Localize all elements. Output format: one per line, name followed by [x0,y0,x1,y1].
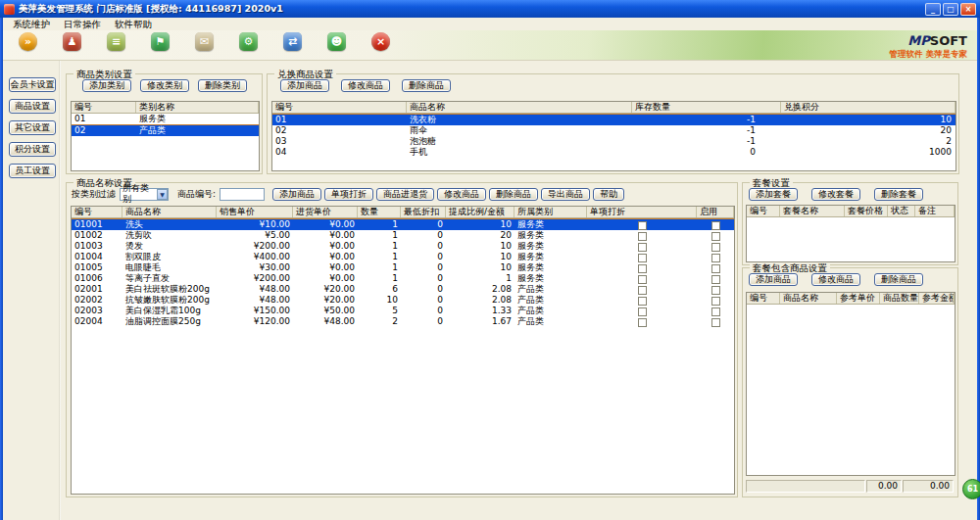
item-discount-checkbox[interactable] [638,221,647,230]
delete-product-button[interactable]: 删除商品 [489,188,538,201]
exchange-table: 编号商品名称库存数量兑换积分 01洗衣粉-11002雨伞-12003泡泡糖-12… [271,101,956,171]
table-row[interactable]: 01004割双眼皮¥400.00¥0.001010服务类 [72,252,734,262]
wechat-marketing-button[interactable]: ☻ [315,30,359,52]
shift-manage-button[interactable]: ⇄ [270,30,315,52]
cell: 0 [401,230,446,241]
sidebar-staff-settings[interactable]: 员工设置 [9,164,56,178]
cell: ¥50.00 [293,306,358,316]
table-row[interactable]: 02001美白祛斑软膜粉200g¥48.00¥20.00602.08产品类 [72,284,734,295]
export-product-button[interactable]: 导出商品 [541,188,590,201]
table-row[interactable]: 01005电眼睫毛¥30.00¥0.001010服务类 [72,262,734,273]
checkbox-cell [697,219,734,230]
checkbox-cell [587,241,697,252]
item-enabled-checkbox[interactable] [711,275,720,284]
floating-service-badge[interactable]: 61 [962,479,980,499]
table-row[interactable]: 02雨伞-120 [272,125,956,136]
add-category-button[interactable]: 添加类别 [82,79,131,92]
table-row[interactable]: 02003美白保湿乳霜100g¥150.00¥50.00501.33产品类 [72,306,734,316]
menu-software-help[interactable]: 软件帮助 [108,19,159,30]
cell: -1 [632,136,781,147]
item-enabled-checkbox[interactable] [711,286,720,295]
edit-combo-item-button[interactable]: 修改商品 [811,273,860,286]
sms-broadcast-button[interactable]: ✉ [182,30,226,52]
item-enabled-checkbox[interactable] [711,243,720,252]
minimize-button[interactable]: _ [925,3,941,16]
menu-daily-operation[interactable]: 日常操作 [57,19,108,30]
item-enabled-checkbox[interactable] [711,254,720,262]
help-button[interactable]: 帮助 [593,188,624,201]
item-discount-checkbox[interactable] [638,264,647,273]
add-combo-item-button[interactable]: 添加商品 [749,273,798,286]
table-row[interactable]: 02产品类 [72,124,259,136]
stats-report-button[interactable]: ⚑ [138,30,182,52]
item-enabled-checkbox[interactable] [711,307,720,316]
sidebar-other-settings[interactable]: 其它设置 [9,120,56,135]
table-row[interactable]: 01006等离子直发¥200.00¥0.00101服务类 [72,273,734,284]
edit-combo-button[interactable]: 修改套餐 [811,188,860,201]
combo-table: 编号套餐名称套餐价格状态备注 [746,205,956,262]
delete-category-button[interactable]: 删除类别 [198,79,247,92]
report-flag-icon: ⚑ [151,32,170,51]
client-area: 会员卡设置商品设置其它设置积分设置员工设置 商品类别设置 添加类别修改类别删除类… [3,61,977,520]
add-exchange-item-button[interactable]: 添加商品 [280,79,329,92]
reminder-booking-button[interactable]: ≡ [94,30,138,52]
table-row[interactable]: 01002洗剪吹¥5.00¥0.001020服务类 [72,230,734,241]
add-combo-button[interactable]: 添加套餐 [749,188,798,201]
single-discount-button[interactable]: 单项打折 [324,188,373,201]
item-discount-checkbox[interactable] [638,307,647,316]
item-discount-checkbox[interactable] [638,232,647,241]
cell: 服务类 [514,230,587,241]
cell: 02 [272,125,407,136]
exit-system-button[interactable]: × [359,30,403,52]
sidebar-member-card-settings[interactable]: 会员卡设置 [9,77,56,92]
app-icon [4,4,15,15]
cell: 1 [358,241,401,252]
member-consume-button[interactable]: » [6,30,50,52]
system-settings-button[interactable]: ⚙ [226,30,270,52]
maximize-button[interactable]: □ [943,3,958,16]
table-row[interactable]: 01洗衣粉-110 [272,114,956,125]
item-discount-checkbox[interactable] [638,243,647,252]
item-enabled-checkbox[interactable] [711,221,720,230]
delete-combo-item-button[interactable]: 删除商品 [874,273,923,286]
add-product-button[interactable]: 添加商品 [272,188,321,201]
cell: 1 [358,273,401,284]
edit-category-button[interactable]: 修改类别 [140,79,189,92]
item-enabled-checkbox[interactable] [711,264,720,273]
window-title: 美萍美发管理系统 门店标准版 [授权给: 44116987] 2020v1 [19,3,925,16]
delete-combo-button[interactable]: 删除套餐 [874,188,923,201]
table-row[interactable]: 04手机01000 [272,147,956,158]
sidebar-points-settings[interactable]: 积分设置 [9,142,56,157]
item-enabled-checkbox[interactable] [711,297,720,306]
checkbox-cell [697,306,734,316]
item-discount-checkbox[interactable] [638,318,647,327]
checkbox-cell [587,219,697,230]
sidebar-product-settings[interactable]: 商品设置 [9,99,56,114]
table-row[interactable]: 01003烫发¥200.00¥0.001010服务类 [72,241,734,252]
close-button[interactable]: × [960,3,976,16]
table-row[interactable]: 02004油脂调控面膜250g¥120.00¥48.00201.67产品类 [72,316,734,327]
edit-exchange-item-button[interactable]: 修改商品 [341,79,390,92]
member-manage-button[interactable]: ♟ [50,30,94,52]
edit-product-button[interactable]: 修改商品 [437,188,486,201]
chevron-down-icon[interactable]: ▼ [157,189,168,200]
table-row[interactable]: 01服务类 [72,114,259,124]
menu-system-maintenance[interactable]: 系统维护 [6,19,57,30]
category-filter-dropdown[interactable]: 所有类别 ▼ [120,188,169,201]
delete-exchange-item-button[interactable]: 删除商品 [402,79,451,92]
item-enabled-checkbox[interactable] [711,318,720,327]
item-discount-checkbox[interactable] [638,297,647,306]
item-discount-checkbox[interactable] [638,254,647,262]
table-row[interactable]: 02002抗皱嫩肤软膜粉200g¥48.00¥20.001002.08产品类 [72,295,734,306]
table-row[interactable]: 03泡泡糖-12 [272,136,956,147]
checkbox-cell [587,316,697,327]
item-enabled-checkbox[interactable] [711,232,720,241]
stock-in-out-button[interactable]: 商品进退货 [376,188,434,201]
cell: 电眼睫毛 [122,262,217,273]
table-row[interactable]: 01001洗头¥10.00¥0.001010服务类 [72,218,734,230]
item-discount-checkbox[interactable] [638,275,647,284]
product-code-input[interactable] [220,188,265,201]
cell: 02001 [72,284,122,295]
cell: 服务类 [514,241,587,252]
item-discount-checkbox[interactable] [638,286,647,295]
